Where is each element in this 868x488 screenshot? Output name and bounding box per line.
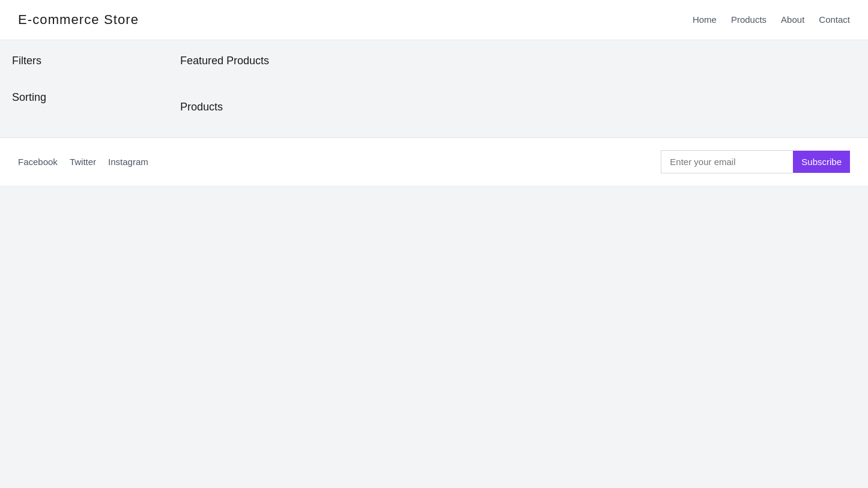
nav-about[interactable]: About [781,14,804,25]
footer-links: Facebook Twitter Instagram [18,157,148,167]
footer-twitter[interactable]: Twitter [70,157,96,167]
main-layout: Filters Sorting Featured Products Produc… [0,40,868,137]
nav-products[interactable]: Products [731,14,766,25]
footer-instagram[interactable]: Instagram [108,157,148,167]
site-logo: E-commerce Store [18,12,139,28]
filters-section: Filters [12,55,156,67]
featured-products-heading: Featured Products [180,55,856,67]
subscribe-button[interactable]: Subscribe [793,151,850,173]
email-input[interactable] [661,150,793,173]
site-footer: Facebook Twitter Instagram Subscribe [0,137,868,185]
main-nav: Home Products About Contact [693,14,850,25]
sorting-heading: Sorting [12,91,156,104]
products-heading: Products [180,101,856,113]
newsletter-form: Subscribe [661,150,850,173]
featured-products-section: Featured Products [180,55,856,77]
nav-home[interactable]: Home [693,14,717,25]
filters-heading: Filters [12,55,156,67]
footer-facebook[interactable]: Facebook [18,157,58,167]
nav-contact[interactable]: Contact [819,14,850,25]
site-header: E-commerce Store Home Products About Con… [0,0,868,40]
main-content: Featured Products Products [168,40,868,137]
sidebar: Filters Sorting [0,40,168,137]
products-section: Products [180,101,856,123]
sorting-section: Sorting [12,91,156,104]
